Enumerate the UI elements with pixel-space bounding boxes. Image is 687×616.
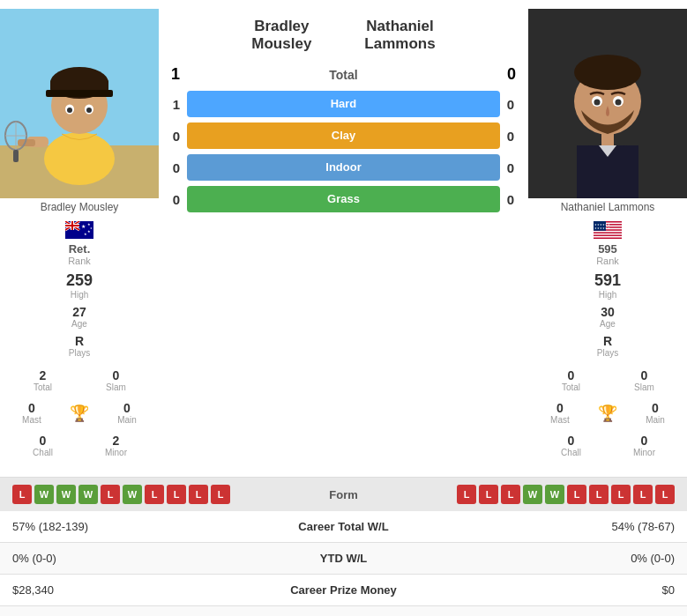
player1-flag: ★ ★ ★ ★ ★ (65, 221, 93, 239)
form-badge: W (78, 485, 98, 504)
form-badge: L (633, 485, 653, 504)
stats-center-label: Career Prize Money (265, 583, 423, 597)
player1-photo (0, 9, 159, 198)
form-badge: L (189, 485, 208, 504)
form-badge: W (123, 485, 142, 504)
form-section: LWWWLWLLLL Form LLLWWLLLLL (0, 478, 687, 511)
total-center-label: Total (329, 68, 357, 82)
player2-minor-cell: 0 Minor (609, 432, 680, 459)
form-badge: L (457, 485, 476, 504)
surface-hard-row: 1 Hard 0 (166, 91, 521, 117)
player1-minor-cell: 2 Minor (80, 432, 152, 459)
svg-point-10 (86, 108, 92, 113)
svg-rect-6 (46, 90, 113, 97)
svg-rect-47 (594, 236, 622, 238)
player2-age-val: 30 (532, 305, 683, 319)
form-badge: L (479, 485, 498, 504)
stats-center-label: Career Total W/L (265, 520, 423, 533)
player2-rank-val: 595 (532, 242, 683, 256)
player1-name-bottom: Bradley Mousley (0, 198, 159, 216)
player2-slam-cell: 0 Slam (609, 367, 680, 394)
surface-rows: 1 Hard 0 0 Clay 0 0 Indoor 0 (162, 91, 525, 212)
player2-photo (528, 9, 687, 198)
player1-form: LWWWLWLLLL (12, 485, 296, 504)
svg-point-36 (574, 55, 641, 90)
trophy-icon-p2: 🏆 (598, 404, 617, 423)
svg-text:★: ★ (90, 226, 93, 230)
hard-p1-score: 1 (166, 97, 187, 112)
grass-btn[interactable]: Grass (187, 186, 500, 212)
player1-total-cell: 2 Total (7, 367, 78, 394)
total-p1: 1 (171, 65, 180, 84)
svg-point-9 (67, 108, 72, 113)
player2-bottom-stat-grid: 0 Chall 0 Minor (532, 428, 683, 463)
stats-row: 0% (0-0)YTD W/L0% (0-0) (0, 543, 687, 575)
form-badge: L (12, 485, 32, 504)
form-badge: W (56, 485, 76, 504)
player2-flag: ★★★★★★ ★★★★★★ (594, 221, 622, 239)
svg-rect-5 (50, 79, 108, 92)
player2-plays-label: Plays (532, 348, 683, 358)
stats-row: 57% (182-139)Career Total W/L54% (78-67) (0, 511, 687, 543)
player1-rank-label: Rank (4, 256, 155, 266)
player1-main-cell: 0 Main (116, 399, 138, 427)
player1-stat-grid: 2 Total 0 Slam (4, 363, 155, 397)
player1-age-label: Age (4, 319, 155, 329)
player2-info: ★★★★★★ ★★★★★★ 595 Rank 591 High 30 A (528, 216, 687, 468)
stats-left-val: 0% (0-0) (12, 552, 265, 565)
player2-mast-cell: 0 Mast (549, 399, 571, 427)
player1-high-val: 259 (4, 271, 155, 290)
player2-name-header: NathanielLammons (364, 18, 435, 53)
stats-right-val: $0 (423, 583, 676, 597)
form-badge: W (523, 485, 542, 504)
player1-info: ★ ★ ★ ★ ★ Ret. Rank 259 High (0, 216, 159, 468)
svg-rect-26 (65, 225, 79, 226)
middle-col: BradleyMousley NathanielLammons 1 Total … (159, 9, 528, 468)
player2-age-label: Age (532, 319, 683, 329)
player1-trophy-row: 0 Mast 🏆 0 Main (4, 397, 155, 428)
player2-total-cell: 0 Total (535, 367, 607, 394)
form-badge: W (34, 485, 54, 504)
player1-mast-cell: 0 Mast (20, 399, 43, 427)
form-badge: W (545, 485, 564, 504)
hard-btn[interactable]: Hard (187, 91, 500, 117)
clay-p1-score: 0 (166, 129, 187, 144)
player2-plays-val: R (532, 334, 683, 348)
player1-ret: Ret. (4, 242, 155, 256)
player1-name-header: BradleyMousley (251, 18, 311, 53)
form-label: Form (300, 488, 388, 501)
stats-table: 57% (182-139)Career Total W/L54% (78-67)… (0, 511, 687, 616)
player2-main-cell: 0 Main (644, 399, 667, 427)
player1-age-val: 27 (4, 305, 155, 319)
player1-chall-cell: 0 Chall (7, 432, 78, 459)
indoor-p1-score: 0 (166, 160, 187, 175)
form-badge: L (567, 485, 586, 504)
form-badge: L (211, 485, 230, 504)
stats-row: 0YTD Titles0 (0, 606, 687, 616)
player2-form: LLLWWLLLLL (392, 485, 676, 504)
main-container: Bradley Mousley (0, 0, 687, 616)
player1-bottom-stat-grid: 0 Chall 2 Minor (4, 428, 155, 463)
svg-rect-45 (594, 231, 622, 233)
indoor-btn[interactable]: Indoor (187, 154, 500, 181)
clay-btn[interactable]: Clay (187, 122, 500, 149)
stats-left-val: 57% (182-139) (12, 520, 265, 533)
stats-row: $28,340Career Prize Money$0 (0, 575, 687, 606)
form-badge: L (145, 485, 164, 504)
grass-p1-score: 0 (166, 192, 187, 207)
clay-p2-score: 0 (500, 129, 521, 144)
trophy-icon-p1: 🏆 (70, 404, 89, 423)
player2-high-label: High (532, 290, 683, 300)
player1-plays-label: Plays (4, 348, 155, 358)
surface-clay-row: 0 Clay 0 (166, 122, 521, 149)
player2-name-bottom: Nathaniel Lammons (528, 198, 687, 216)
player1-plays-val: R (4, 334, 155, 348)
svg-point-40 (616, 100, 622, 106)
svg-rect-16 (13, 150, 19, 162)
form-badge: L (501, 485, 520, 504)
form-badge: L (589, 485, 609, 504)
svg-point-39 (594, 100, 601, 106)
svg-text:★: ★ (84, 232, 87, 236)
indoor-p2-score: 0 (500, 160, 521, 175)
form-badge: L (611, 485, 631, 504)
